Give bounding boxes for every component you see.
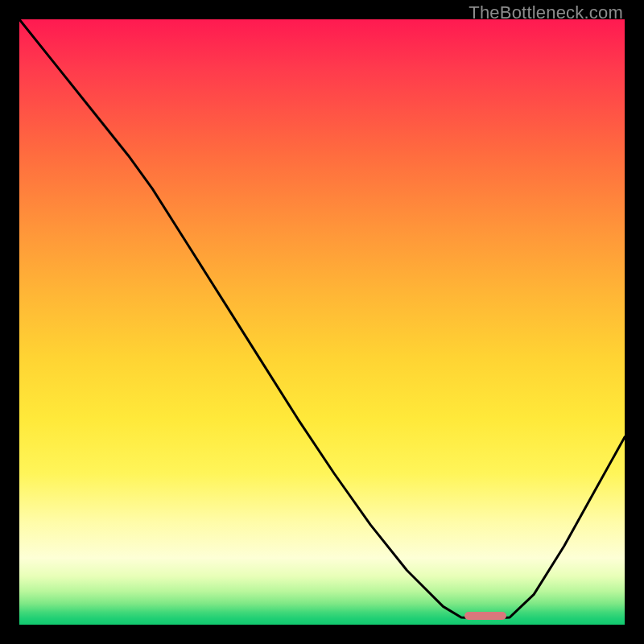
heat-gradient-background bbox=[19, 19, 625, 625]
optimal-range-marker bbox=[464, 612, 507, 620]
chart-frame bbox=[19, 19, 625, 625]
plot-area bbox=[19, 19, 625, 625]
